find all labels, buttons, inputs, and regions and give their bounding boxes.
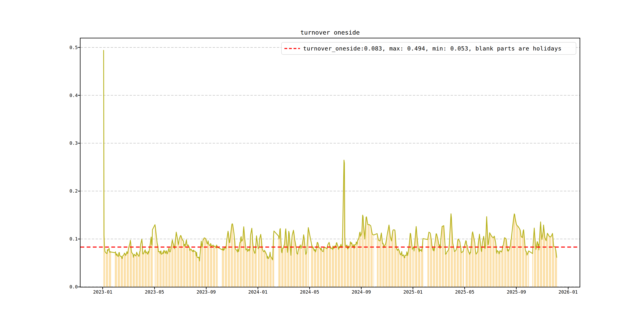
trading-day-bar (510, 245, 511, 287)
trading-day-bar (126, 256, 126, 287)
trading-day-bar (271, 257, 271, 287)
trading-day-bar (176, 232, 176, 287)
trading-day-bar (350, 243, 351, 287)
trading-day-bar (255, 253, 256, 287)
trading-day-bar (526, 251, 526, 287)
trading-day-bar (330, 249, 331, 287)
trading-day-bar (320, 248, 320, 287)
trading-day-bar (122, 258, 122, 287)
trading-day-bar (556, 254, 556, 287)
trading-day-bar (305, 251, 306, 287)
trading-day-bar (497, 251, 498, 287)
trading-day-bar (195, 252, 196, 287)
trading-day-bar (296, 253, 297, 287)
trading-day-bar (170, 252, 170, 287)
trading-day-bar (476, 254, 476, 287)
trading-day-bar (442, 226, 442, 287)
trading-day-bar (320, 250, 321, 287)
trading-day-bar (341, 248, 342, 287)
x-tick-label: 2025-05 (455, 289, 474, 295)
trading-day-bar (458, 240, 459, 287)
trading-day-bar (472, 233, 472, 287)
trading-day-bar (119, 252, 120, 287)
trading-day-bar (340, 248, 340, 287)
trading-day-bar (439, 245, 440, 287)
trading-day-bar (412, 250, 412, 287)
trading-day-bar (317, 242, 318, 287)
y-tick-label: 0.3 (0, 140, 78, 146)
trading-day-bar (174, 249, 175, 287)
trading-day-bar (362, 233, 362, 287)
trading-day-bar (146, 253, 146, 287)
trading-day-bar (436, 234, 437, 287)
trading-day-bar (484, 245, 485, 287)
trading-day-bar (173, 244, 174, 287)
trading-day-bar (249, 249, 249, 287)
trading-day-bar (350, 246, 350, 287)
trading-day-bar (539, 250, 539, 287)
trading-day-bar (270, 252, 270, 287)
trading-day-bar (246, 249, 247, 287)
trading-day-bar (306, 254, 306, 287)
trading-day-bar (163, 254, 164, 287)
trading-day-bar (264, 250, 265, 287)
trading-day-bar (143, 254, 144, 287)
trading-day-bar (192, 251, 193, 287)
trading-day-bar (169, 251, 170, 287)
trading-day-bar (234, 234, 234, 287)
trading-day-bar (446, 252, 447, 287)
trading-day-bar (193, 252, 194, 287)
trading-day-bar (253, 246, 253, 287)
trading-day-bar (155, 224, 155, 287)
trading-day-bar (202, 245, 202, 287)
trading-day-bar (264, 252, 264, 287)
trading-day-bar (313, 247, 313, 287)
trading-day-bar (347, 245, 347, 287)
trading-day-bar (410, 234, 411, 287)
trading-day-bar (461, 253, 462, 287)
trading-day-bar (308, 228, 308, 287)
trading-day-bar (303, 235, 304, 287)
trading-day-bar (454, 249, 454, 287)
trading-day-bar (457, 244, 458, 287)
trading-day-bar (455, 251, 456, 287)
trading-day-bar (232, 224, 232, 287)
trading-day-bar (420, 248, 420, 287)
trading-day-bar (290, 250, 290, 287)
trading-day-bar (428, 237, 428, 287)
trading-day-bar (512, 235, 512, 287)
trading-day-bar (326, 248, 326, 287)
trading-day-bar (240, 242, 240, 287)
trading-day-bar (362, 224, 362, 287)
chart-canvas (80, 38, 580, 287)
trading-day-bar (196, 253, 196, 287)
trading-day-bar (470, 254, 470, 287)
trading-day-bar (119, 253, 119, 287)
trading-day-bar (216, 248, 216, 287)
trading-day-bar (124, 253, 125, 287)
trading-day-bar (386, 237, 387, 287)
trading-day-bar (166, 251, 166, 287)
trading-day-bar (124, 254, 124, 287)
x-tick-label: 2025-01 (403, 289, 422, 295)
trading-day-bar (359, 235, 359, 287)
trading-day-bar (417, 236, 417, 287)
trading-day-bar (444, 226, 444, 287)
trading-day-bar (281, 252, 282, 287)
trading-day-bar (514, 214, 514, 287)
trading-day-bar (492, 237, 493, 287)
trading-day-bar (228, 231, 228, 287)
trading-day-bar (298, 254, 298, 287)
trading-day-bar (284, 244, 285, 287)
trading-day-bar (134, 255, 135, 287)
trading-day-bar (403, 255, 404, 287)
trading-day-bar (534, 228, 534, 287)
trading-day-bar (208, 243, 208, 287)
trading-day-bar (518, 226, 518, 287)
trading-day-bar (335, 246, 335, 287)
trading-day-bar (241, 236, 241, 287)
trading-day-bar (382, 244, 383, 287)
trading-day-bar (127, 254, 128, 287)
trading-day-bar (408, 253, 408, 287)
trading-day-bar (423, 238, 423, 287)
